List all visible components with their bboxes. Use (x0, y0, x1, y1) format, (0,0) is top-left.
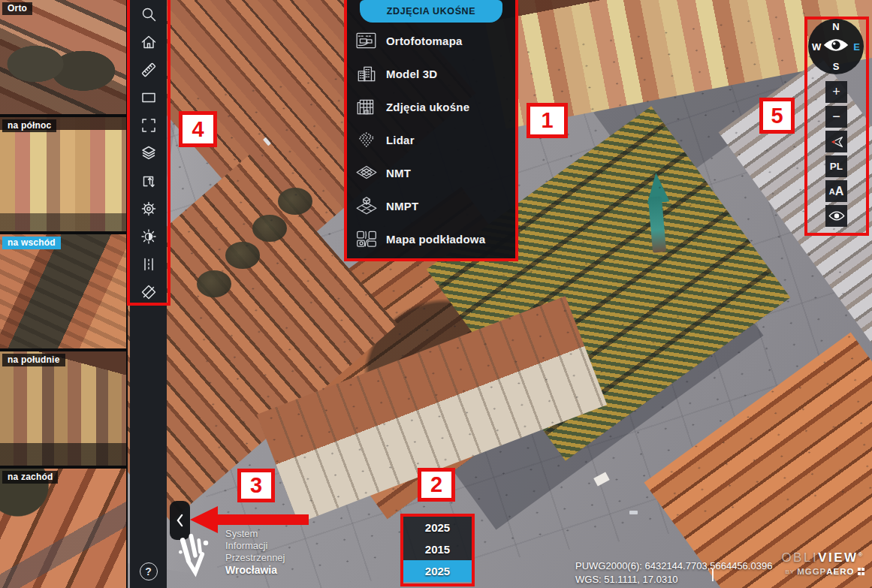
north-arrow-button[interactable] (825, 131, 847, 152)
coords-puwg: PUWG2000(6): 6432144.7703,5664456.0396 (575, 559, 772, 573)
year-option-2025-top[interactable]: 2025 (403, 517, 472, 538)
coordinates-readout: PUWG2000(6): 6432144.7703,5664456.0396 W… (575, 559, 772, 586)
year-option-2015[interactable]: 2015 (403, 538, 472, 560)
model-3d-icon (347, 64, 386, 83)
scale-tick (712, 569, 714, 581)
menu-item-ortofotomapa[interactable]: Ortofotomapa (347, 24, 515, 57)
callout-5: 5 (759, 98, 795, 134)
brand-view: VIEW (818, 550, 858, 565)
callout-2: 2 (418, 468, 455, 502)
brand-mggp: MGGP (797, 567, 826, 576)
basemap-icon (347, 229, 386, 249)
active-layer-pill[interactable]: ZDJĘCIA UKOŚNE (360, 0, 502, 23)
layers-icon (140, 144, 158, 162)
thumbnail-label: Orto (2, 2, 32, 15)
menu-item-mapa-podkladowa[interactable]: Mapa podkładowa (347, 222, 515, 255)
menu-item-label: NMPT (386, 200, 418, 213)
font-size-small-label: A (829, 187, 835, 196)
eye-icon (822, 38, 849, 56)
brand-obli: OBLI (781, 550, 818, 565)
home-button[interactable] (130, 28, 167, 56)
callout-3: 3 (237, 469, 275, 502)
search-button[interactable] (130, 0, 167, 28)
thumbnail-east-image (0, 234, 126, 348)
brand-reg: ® (858, 551, 864, 558)
compass-west-label[interactable]: W (812, 41, 821, 53)
thumbnail-orto-image (0, 0, 126, 114)
help-button[interactable]: ? (130, 561, 167, 582)
compass-widget[interactable]: N E S W (808, 19, 864, 74)
thumbnail-label: na zachód (2, 471, 58, 484)
thumbnail-label: na północ (2, 119, 56, 132)
home-icon (140, 33, 158, 51)
thumbnail-east[interactable]: na wschód (0, 234, 126, 348)
left-toolbar: ? (130, 0, 167, 588)
menu-item-label: NMT (386, 167, 411, 179)
sip-text-line: Przestrzennej (225, 552, 285, 564)
thumbnail-south[interactable]: na południe (0, 351, 126, 466)
map-toggle-button[interactable] (130, 278, 167, 306)
measure-icon (140, 61, 158, 79)
rectangle-select-button[interactable] (130, 83, 167, 111)
compass-arrow-icon (828, 134, 845, 150)
thumbnail-orto[interactable]: Orto (0, 0, 126, 114)
menu-item-model-3d[interactable]: Model 3D (347, 57, 515, 90)
app-window: Orto na północ na wschód na południe na … (0, 0, 872, 588)
compass-north-label[interactable]: N (832, 21, 839, 32)
layers-menu-panel: ZDJĘCIA UKOŚNE Ortofotomapa Model 3D Zdj… (347, 0, 515, 258)
mggp-aero-squares-icon (858, 568, 865, 575)
search-icon (140, 5, 158, 23)
nmt-icon (347, 163, 386, 182)
settings-gear-icon (140, 200, 158, 218)
thumbnail-south-image (0, 351, 126, 466)
menu-item-nmt[interactable]: NMT (347, 156, 515, 189)
rectangle-select-icon (140, 89, 158, 107)
menu-item-label: Ortofotomapa (386, 35, 463, 47)
chevron-left-icon (176, 514, 184, 527)
oblique-photos-icon (347, 97, 386, 116)
thumbnail-west[interactable]: na zachód (0, 469, 126, 588)
fullscreen-button[interactable] (130, 111, 167, 139)
layers-button[interactable] (130, 139, 167, 167)
compass-south-label[interactable]: S (833, 61, 840, 72)
right-toolbar: + − PL A A (825, 81, 847, 230)
language-button[interactable]: PL (825, 155, 847, 177)
measure-button[interactable] (130, 56, 167, 83)
year-selector: 2025 2015 2025 (403, 517, 472, 582)
font-size-button[interactable]: A A (825, 180, 847, 202)
thumbnail-north[interactable]: na północ (0, 117, 126, 231)
map-toggle-icon (140, 283, 158, 301)
settings-button[interactable] (130, 194, 167, 222)
callout-arrow (190, 505, 309, 538)
callout-4: 4 (179, 111, 217, 147)
brightness-icon (140, 228, 158, 246)
menu-item-label: Mapa podkładowa (386, 233, 485, 246)
arrow-left-icon (190, 505, 309, 535)
menu-item-lidar[interactable]: Lidar (347, 123, 515, 156)
zoom-in-button[interactable]: + (825, 81, 847, 103)
menu-item-label: Model 3D (386, 68, 437, 80)
extent-export-icon (140, 172, 158, 190)
font-size-large-label: A (835, 185, 844, 198)
thumbnail-label: na południe (2, 354, 65, 366)
menu-item-zdjecia-ukosne[interactable]: Zdjęcia ukośne (347, 90, 515, 123)
menu-item-label: Lidar (386, 134, 415, 146)
fullscreen-icon (140, 116, 158, 134)
thumbnail-north-image (0, 117, 126, 231)
brand-by: BY (785, 568, 795, 575)
menu-item-nmpt[interactable]: NMPT (347, 189, 515, 222)
compass-east-label[interactable]: E (853, 41, 860, 53)
thumbnail-label-active: na wschód (2, 237, 61, 249)
lidar-icon (347, 130, 386, 149)
orthophoto-icon (347, 31, 386, 50)
zoom-out-button[interactable]: − (825, 106, 847, 128)
year-option-2025-selected[interactable]: 2025 (403, 560, 472, 582)
brightness-button[interactable] (130, 222, 167, 250)
road-profile-button[interactable] (130, 250, 167, 278)
nmpt-icon (347, 196, 386, 216)
sip-text-city: Wrocławia (225, 564, 285, 576)
eye-icon (828, 210, 845, 222)
extent-export-button[interactable] (130, 167, 167, 194)
view-thumbnails-rail: Orto na północ na wschód na południe na … (0, 0, 128, 588)
visibility-button[interactable] (825, 205, 847, 227)
